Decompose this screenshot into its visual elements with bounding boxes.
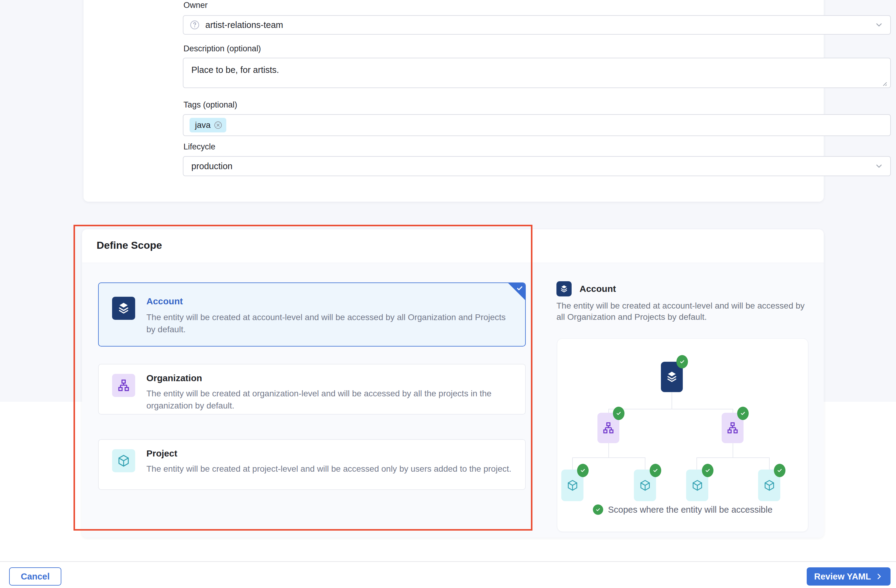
entity-form-card: Owner artist-relations-team Description … xyxy=(84,0,824,202)
project-cube-icon xyxy=(112,449,135,472)
scope-option-project[interactable]: Project The entity will be created at pr… xyxy=(98,439,526,490)
account-option-title: Account xyxy=(146,296,183,306)
chevron-down-icon xyxy=(875,20,884,29)
connector-line xyxy=(733,409,733,413)
connector-line xyxy=(608,443,609,457)
connector-line xyxy=(696,457,770,458)
tag-chip-text: java xyxy=(195,120,210,130)
scope-diagram-card: Scopes where the entity will be accessib… xyxy=(557,338,808,532)
account-option-description: The entity will be created at account-le… xyxy=(146,311,514,336)
check-badge xyxy=(613,407,625,420)
connector-line xyxy=(572,457,573,469)
project-option-description: The entity will be created at project-le… xyxy=(146,463,514,475)
selected-check-icon xyxy=(516,284,524,292)
preview-header: Account xyxy=(556,281,616,296)
connector-line xyxy=(572,457,645,458)
lifecycle-label: Lifecycle xyxy=(183,142,215,152)
check-badge xyxy=(677,355,688,369)
remove-tag-icon[interactable] xyxy=(213,120,222,130)
owner-value: artist-relations-team xyxy=(205,20,283,30)
lifecycle-value: production xyxy=(191,161,232,171)
help-icon xyxy=(189,20,200,30)
account-layers-icon xyxy=(556,281,571,296)
check-badge xyxy=(702,464,713,477)
define-scope-heading: Define Scope xyxy=(97,239,162,251)
project-option-title: Project xyxy=(146,448,177,459)
lifecycle-select[interactable]: production xyxy=(183,156,891,176)
cancel-button[interactable]: Cancel xyxy=(9,567,61,586)
legend-text: Scopes where the entity will be accessib… xyxy=(608,505,773,515)
cancel-button-label: Cancel xyxy=(21,571,50,582)
organization-option-description: The entity will be created at organizati… xyxy=(146,388,514,412)
organization-chart-icon xyxy=(112,374,135,397)
preview-title: Account xyxy=(579,284,616,294)
chevron-down-icon xyxy=(875,161,884,171)
tags-field[interactable]: java xyxy=(183,114,891,136)
page: Owner artist-relations-team Description … xyxy=(0,0,896,588)
review-yaml-button[interactable]: Review YAML xyxy=(807,567,890,586)
description-field[interactable]: Place to be, for artists. xyxy=(183,58,891,88)
connector-line xyxy=(672,392,672,409)
account-layers-icon xyxy=(112,297,135,320)
organization-option-title: Organization xyxy=(146,373,202,383)
tags-label: Tags (optional) xyxy=(183,100,237,110)
owner-select[interactable]: artist-relations-team xyxy=(183,15,891,35)
scope-option-account[interactable]: Account The entity will be created at ac… xyxy=(98,282,526,347)
check-badge-icon xyxy=(593,504,603,515)
connector-line xyxy=(608,409,609,413)
check-badge xyxy=(577,464,589,477)
preview-description: The entity will be created at account-le… xyxy=(556,300,806,323)
tag-chip: java xyxy=(189,118,226,133)
connector-line xyxy=(733,443,733,457)
footer-bar xyxy=(0,561,896,588)
check-badge xyxy=(650,464,661,477)
owner-label: Owner xyxy=(183,1,208,10)
connector-line xyxy=(769,457,770,469)
connector-line xyxy=(645,457,645,469)
connector-line xyxy=(608,409,733,410)
review-yaml-button-label: Review YAML xyxy=(814,571,871,582)
chevron-right-icon xyxy=(875,573,883,580)
resize-handle-icon[interactable] xyxy=(881,79,887,86)
description-label: Description (optional) xyxy=(183,44,261,53)
connector-line xyxy=(696,457,697,469)
scope-option-organization[interactable]: Organization The entity will be created … xyxy=(98,364,526,414)
diagram-legend: Scopes where the entity will be accessib… xyxy=(557,504,808,515)
check-badge xyxy=(774,464,785,477)
check-badge xyxy=(737,407,749,420)
